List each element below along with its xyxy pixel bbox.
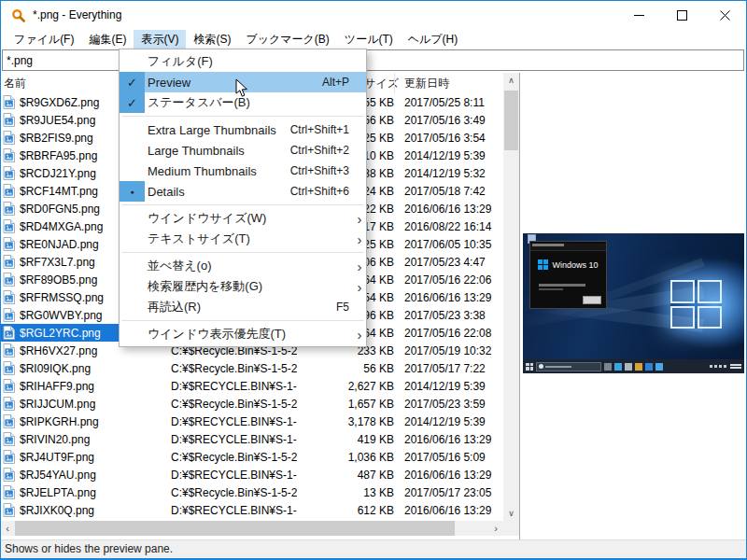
minimize-button[interactable] (617, 1, 660, 30)
menu-item[interactable]: 再読込(R) F5 (120, 297, 366, 317)
file-name-cell: $RIHAFF9.png (0, 377, 166, 395)
file-modified: 2017/05/23 3:59 (394, 398, 503, 411)
file-name: $RCF14MT.png (20, 185, 98, 198)
png-file-icon (3, 95, 15, 109)
menu-item[interactable]: テキストサイズ(T) › (120, 229, 366, 249)
file-modified: 2014/12/19 5:39 (394, 149, 503, 162)
search-input[interactable] (2, 49, 744, 71)
maximize-icon (677, 10, 687, 21)
menubar-item-label: 編集(E) (89, 33, 126, 46)
file-path: C:¥$Recycle.Bin¥S-1-5-21... (166, 398, 297, 411)
file-modified: 2016/06/16 13:29 (394, 504, 503, 517)
menu-separator (121, 116, 364, 117)
menubar-item[interactable]: ブックマーク(B) (238, 30, 336, 49)
status-text: Shows or hides the preview pane. (5, 542, 173, 555)
scroll-up-icon[interactable]: ∧ (503, 73, 519, 88)
file-modified: 2017/05/16 22:06 (394, 273, 503, 287)
dialog-text-line (539, 288, 563, 290)
menu-item[interactable]: ウインドウサイズ(W) › (120, 208, 366, 229)
menubar-item-label: ツール(T) (345, 33, 393, 46)
menu-item[interactable]: 検索履歴内を移動(G) › (120, 276, 366, 297)
menu-item[interactable]: ウインドウ表示優先度(T) › (120, 324, 366, 344)
file-modified: 2017/05/23 4:47 (394, 256, 503, 269)
table-row[interactable]: $RIVIN20.png D:¥$RECYCLE.BIN¥S-1-5-... 4… (0, 430, 503, 448)
horizontal-scrollbar[interactable]: ‹ › (0, 521, 503, 536)
file-name: $RI09IQK.png (20, 362, 91, 375)
window-title: *.png - Everything (33, 8, 121, 21)
taskbar-icon (655, 363, 663, 371)
menubar-item[interactable]: ツール(T) (337, 30, 401, 49)
menubar-item[interactable]: 検索(S) (186, 30, 238, 49)
check-icon (120, 51, 145, 72)
horizontal-scroll-thumb[interactable] (15, 521, 455, 536)
table-row[interactable]: $RI09IQK.png C:¥$Recycle.Bin¥S-1-5-21...… (0, 359, 503, 377)
menu-item[interactable]: Medium Thumbnails Ctrl+Shift+3 (120, 161, 366, 181)
scroll-left-icon[interactable]: ‹ (0, 521, 15, 536)
table-row[interactable]: $RJELPTA.png C:¥$Recycle.Bin¥S-1-5-21...… (0, 483, 503, 501)
file-size: 2,627 KB (297, 380, 394, 393)
file-name: $RFRMSSQ.png (20, 291, 104, 304)
file-name: $RIPKGRH.png (20, 415, 99, 428)
file-name: $RD4MXGA.png (20, 220, 103, 233)
table-row[interactable]: $RJ4UT9F.png C:¥$Recycle.Bin¥S-1-5-21...… (0, 448, 503, 466)
table-row[interactable]: $RIPKGRH.png D:¥$RECYCLE.BIN¥S-1-5-... 3… (0, 413, 503, 430)
png-file-icon (3, 202, 15, 216)
menu-item[interactable]: Extra Large Thumbnails Ctrl+Shift+1 (120, 119, 366, 140)
menu-item-label: Details (145, 185, 290, 199)
windows-logo (670, 280, 722, 329)
close-button[interactable] (703, 1, 746, 30)
vertical-scroll-thumb[interactable] (504, 91, 518, 150)
vertical-scrollbar[interactable]: ∧ ∨ (503, 73, 519, 521)
file-name-cell: $RJ4UT9F.png (0, 448, 166, 466)
mouse-cursor (235, 78, 248, 98)
table-row[interactable]: $RJ54YAU.png D:¥$RECYCLE.BIN¥S-1-5-... 4… (0, 466, 503, 483)
png-file-icon (3, 414, 15, 428)
file-modified: 2017/05/16 5:09 (394, 451, 503, 464)
file-name-cell: $RJELPTA.png (0, 483, 166, 501)
dialog-button (583, 296, 601, 304)
png-file-icon (3, 290, 15, 304)
png-file-icon (3, 237, 15, 251)
file-modified: 2017/05/23 3:38 (394, 309, 503, 322)
table-row[interactable]: $RJIXK0Q.png D:¥$RECYCLE.BIN¥S-1-5-... 6… (0, 501, 503, 519)
dialog-titlebar (530, 244, 606, 251)
file-size: 1,657 KB (297, 398, 394, 411)
shortcut-label: Ctrl+Shift+6 (290, 185, 353, 198)
file-path: D:¥$RECYCLE.BIN¥S-1-5-... (166, 380, 297, 393)
file-name: $RE0NJAD.png (20, 238, 99, 251)
menu-item-label: Extra Large Thumbnails (145, 123, 290, 137)
maximize-button[interactable] (660, 1, 703, 30)
png-file-icon (3, 131, 15, 145)
menubar-item[interactable]: 編集(E) (81, 30, 134, 49)
file-name: $R9GXD6Z.png (20, 96, 99, 109)
column-header-modified[interactable]: 更新日時 (394, 73, 503, 93)
scroll-down-icon[interactable]: ∨ (503, 506, 519, 521)
file-modified: 2017/05/17 7:22 (394, 362, 503, 375)
scroll-right-icon[interactable]: › (488, 521, 503, 536)
menu-item[interactable]: ● Details Ctrl+Shift+6 (120, 181, 366, 202)
dialog-title: Windows 10 (552, 260, 598, 270)
check-icon (120, 276, 145, 297)
png-file-icon (3, 397, 15, 411)
taskbar-icon (645, 363, 653, 371)
menubar-item[interactable]: ファイル(F) (7, 30, 81, 49)
taskbar (523, 359, 744, 373)
check-icon (120, 324, 145, 344)
menu-item[interactable]: Large Thumbnails Ctrl+Shift+2 (120, 140, 366, 161)
menu-item[interactable]: 並べ替え(o) › (120, 256, 366, 276)
menubar-item[interactable]: 表示(V) (134, 30, 186, 49)
png-file-icon (3, 343, 15, 357)
menu-item[interactable]: フィルタ(F) (120, 51, 366, 72)
menu-separator (121, 320, 364, 321)
file-path: C:¥$Recycle.Bin¥S-1-5-21... (166, 451, 297, 464)
table-row[interactable]: $RIJJCUM.png C:¥$Recycle.Bin¥S-1-5-21...… (0, 395, 503, 413)
check-icon (120, 256, 145, 276)
submenu-arrow-icon: › (358, 280, 362, 294)
file-path: D:¥$RECYCLE.BIN¥S-1-5-... (166, 469, 297, 482)
table-row[interactable]: $RIHAFF9.png D:¥$RECYCLE.BIN¥S-1-5-... 2… (0, 377, 503, 395)
check-icon (120, 140, 145, 161)
menubar-item[interactable]: ヘルプ(H) (401, 30, 466, 49)
file-modified: 2017/05/25 8:11 (394, 96, 503, 109)
png-file-icon (3, 113, 15, 127)
taskbar-clock (730, 364, 741, 369)
